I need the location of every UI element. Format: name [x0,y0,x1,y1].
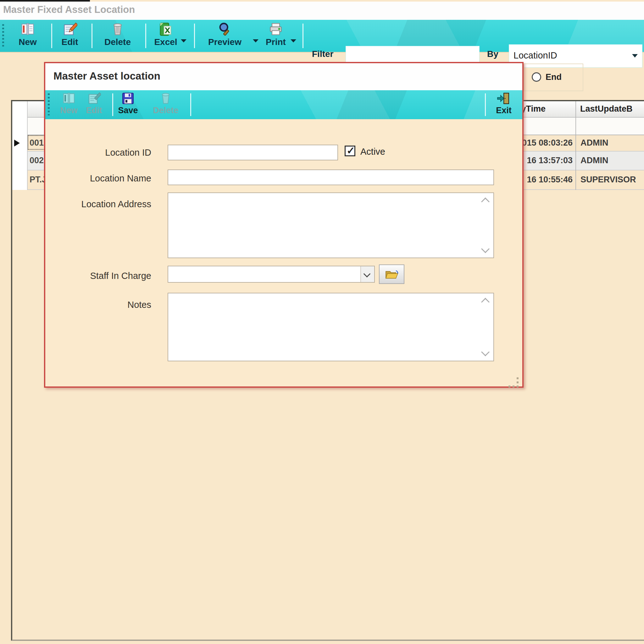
notes-label: Notes [51,300,151,310]
dialog-delete-button: Delete [148,92,183,119]
notes-field[interactable] [168,293,494,361]
open-folder-icon [385,268,399,280]
dialog-title: Master Asset location [53,70,160,82]
dialog-save-button[interactable]: Save [114,92,142,119]
dialog-save-label: Save [118,105,138,115]
scroll-up-icon[interactable] [481,298,490,306]
cell-location-id: 002 [30,156,44,165]
grid-column-divider [575,101,576,190]
scroll-down-icon[interactable] [481,245,490,253]
resize-grip-dot [517,377,519,379]
staff-in-charge-label: Staff In Charge [51,271,151,281]
dialog-exit-button[interactable]: Exit [488,92,519,119]
excel-dropdown-arrow[interactable] [181,39,186,42]
print-button-label: Print [266,37,286,47]
grid-header-last-update-by[interactable]: LastUpdateB [580,104,633,114]
print-dropdown-arrow[interactable] [291,39,296,42]
edit-icon [62,22,77,37]
edit-button[interactable]: Edit [52,22,88,51]
dialog-toolbar-separator [485,93,486,116]
app-window: Master Fixed Asset Location New [0,0,644,644]
active-checkbox[interactable]: ✓ [345,146,355,156]
window-title-strip: Master Fixed Asset Location [0,2,644,20]
delete-button[interactable]: Delete [99,22,136,51]
new-icon [20,22,35,37]
dialog-edit-button: Edit [80,92,108,119]
toolbar-drag-grip[interactable] [2,24,4,47]
toolbar-separator [303,24,303,48]
filter-label: Filter [312,49,333,59]
preview-button-label: Preview [208,37,241,47]
location-name-field[interactable] [168,169,494,185]
chevron-down-icon [632,54,638,58]
exit-door-icon [497,92,511,105]
cell-last-update-by: SUPERVISOR [580,175,636,185]
toolbar-separator [145,24,146,48]
new-button[interactable]: New [9,22,46,51]
toolbar-separator [92,24,92,48]
new-icon [62,92,76,105]
dialog-title-bar[interactable]: Master Asset location [45,63,522,90]
cell-last-update-by: ADMIN [580,156,608,165]
dialog-exit-label: Exit [496,105,512,115]
main-toolbar: New Edit Delete [0,20,644,53]
checkmark-icon: ✓ [347,145,355,157]
end-radio[interactable] [532,72,541,82]
toolbar-separator [194,24,195,48]
delete-icon [110,22,125,37]
dialog-new-label: New [60,105,78,115]
end-radio-group: End [524,64,583,91]
print-button[interactable]: Print [258,22,294,51]
location-address-label: Location Address [51,199,151,209]
dialog-resize-grip[interactable] [517,381,519,383]
by-label: By [487,49,498,59]
sort-by-selected-value: LocationID [514,50,557,61]
edit-icon [87,92,101,105]
location-id-field[interactable] [168,145,338,160]
staff-in-charge-combobox[interactable] [168,266,375,283]
scroll-down-icon[interactable] [481,348,490,356]
end-radio-label: End [546,72,562,82]
excel-button-label: Excel [154,37,177,47]
edit-button-label: Edit [62,37,78,47]
delete-button-label: Delete [104,37,131,47]
dialog-toolbar-separator [112,93,113,116]
dialog-delete-label: Delete [153,105,178,115]
master-asset-location-dialog: Master Asset location New Edit [44,62,524,388]
location-address-field[interactable] [168,192,494,258]
dialog-toolbar: New Edit Save [45,90,522,119]
chevron-down-icon [364,270,371,278]
cell-last-update-by: ADMIN [580,138,608,148]
location-id-label: Location ID [51,147,151,158]
excel-icon [158,22,173,37]
preview-button[interactable]: Preview [207,22,243,51]
combo-dropdown-segment[interactable] [360,266,374,282]
new-button-label: New [19,37,37,47]
preview-magnifier-icon [217,22,232,37]
active-checkbox-label: Active [360,147,385,157]
delete-icon [159,92,173,105]
excel-button[interactable]: Excel [147,22,184,51]
scroll-up-icon[interactable] [481,197,490,206]
location-name-label: Location Name [51,173,151,184]
browse-staff-button[interactable] [379,264,404,284]
save-floppy-icon [121,92,135,105]
dialog-toolbar-grip[interactable] [48,93,50,115]
print-icon [268,22,283,37]
dialog-toolbar-separator [190,93,191,116]
current-row-marker-icon [14,140,20,147]
dialog-edit-label: Edit [86,105,102,115]
page-title: Master Fixed Asset Location [3,4,135,15]
